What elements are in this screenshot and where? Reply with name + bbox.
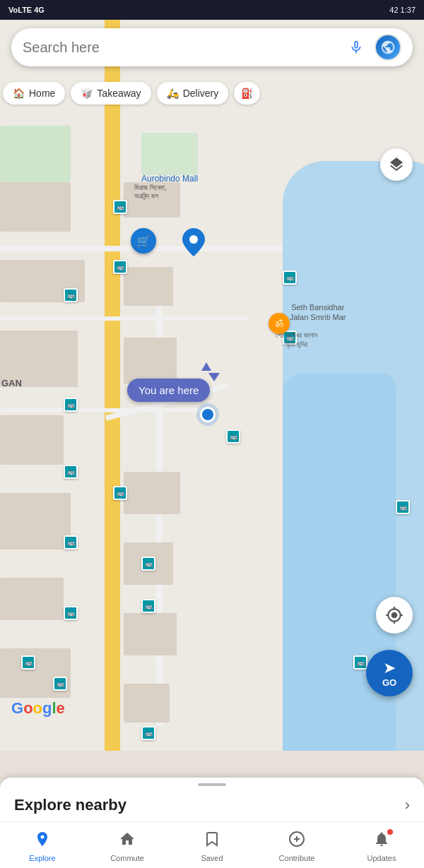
bus-stop-6: 🚌 <box>226 429 240 444</box>
city-block-4 <box>0 415 64 465</box>
takeaway-chip-icon: 🥡 <box>81 88 93 99</box>
saved-icon <box>204 831 220 852</box>
map-layers-button[interactable] <box>380 148 413 181</box>
location-pin[interactable] <box>182 228 205 259</box>
bus-stop-17: 🚌 <box>396 500 410 514</box>
microphone-icon[interactable] <box>346 37 366 57</box>
bus-stop-12: 🚌 <box>64 606 78 620</box>
nav-item-updates[interactable]: Updates <box>339 828 424 865</box>
nav-item-explore[interactable]: Explore <box>0 828 85 865</box>
mall-label: Aurobindo Mall <box>141 174 198 184</box>
you-are-here-label: You are here <box>127 379 210 402</box>
go-label: GO <box>382 677 396 688</box>
road-h2 <box>0 316 247 321</box>
city-block-13 <box>124 613 177 655</box>
explore-nearby-row[interactable]: Explore nearby › <box>0 786 424 822</box>
google-g2: g <box>42 699 52 717</box>
my-location-button[interactable] <box>376 597 413 634</box>
delivery-chip-label: Delivery <box>183 88 219 99</box>
filter-chip-fuel[interactable]: ⛽ <box>234 82 260 105</box>
explore-chevron-icon: › <box>405 796 410 814</box>
bus-stop-2: 🚌 <box>113 260 127 274</box>
bus-stop-7: 🚌 <box>64 398 78 412</box>
svg-point-0 <box>189 235 198 244</box>
mall-label-local: মিরাজ সিনেমা, <box>134 184 167 192</box>
bus-stop-10: 🚌 <box>64 535 78 549</box>
contribute-icon <box>288 831 305 852</box>
explore-icon <box>34 831 51 852</box>
city-block-14 <box>124 684 170 723</box>
temple-marker[interactable]: ॐ <box>269 313 290 334</box>
you-are-here-up-arrow <box>201 362 211 371</box>
commute-icon <box>119 831 136 852</box>
status-left: VoLTE 4G <box>8 6 45 14</box>
explore-nearby-title: Explore nearby <box>14 796 126 814</box>
search-input[interactable] <box>23 40 346 56</box>
city-block-6 <box>0 578 64 620</box>
delivery-chip-icon: 🛵 <box>167 88 179 99</box>
map-background: 🚌 🚌 🚌 🚌 🚌 🚌 🚌 🚌 🚌 🚌 🚌 🚌 🚌 🚌 🚌 🚌 🚌 🚌 🛒 ॐ <box>0 20 424 751</box>
google-o1: o <box>23 699 33 717</box>
temple-label: Seth BansidharJalan Smriti Mar <box>290 302 346 323</box>
google-o2: o <box>33 699 42 717</box>
google-logo: Google <box>11 699 65 718</box>
updates-nav-label: Updates <box>367 854 396 862</box>
home-chip-icon: 🏠 <box>13 88 25 99</box>
bus-stop-4: 🚌 <box>283 270 297 285</box>
go-button[interactable]: ➤ GO <box>366 650 413 696</box>
area-label-1: GAN <box>1 378 22 388</box>
fuel-chip-icon: ⛽ <box>241 88 253 99</box>
map-container[interactable]: 🚌 🚌 🚌 🚌 🚌 🚌 🚌 🚌 🚌 🚌 🚌 🚌 🚌 🚌 🚌 🚌 🚌 🚌 🛒 ॐ <box>0 20 424 751</box>
bus-stop-16: 🚌 <box>141 726 155 740</box>
go-arrow-icon: ➤ <box>383 659 396 677</box>
green-area-2 <box>141 133 198 175</box>
takeaway-chip-label: Takeaway <box>97 88 141 99</box>
filter-bar: 🏠 Home 🥡 Takeaway 🛵 Delivery ⛽ <box>0 76 424 110</box>
city-block-11 <box>124 472 180 514</box>
filter-chip-home[interactable]: 🏠 Home <box>3 82 65 105</box>
contribute-nav-label: Contribute <box>279 854 315 862</box>
bus-stop-18: 🚌 <box>353 655 367 670</box>
green-area-1 <box>0 126 71 182</box>
bottom-panel: Explore nearby › Explore Commute <box>0 778 424 868</box>
saved-nav-label: Saved <box>201 854 223 862</box>
bottom-nav: Explore Commute Saved <box>0 822 424 868</box>
updates-icon <box>373 831 390 852</box>
commute-nav-label: Commute <box>110 854 144 862</box>
status-right: 42 1:37 <box>389 6 416 14</box>
status-bar: VoLTE 4G 42 1:37 <box>0 0 424 20</box>
road-h3 <box>0 408 212 412</box>
filter-chip-takeaway[interactable]: 🥡 Takeaway <box>71 82 151 105</box>
city-block-1 <box>0 182 71 232</box>
mall-label-local2: অরবিন্দ মল <box>134 192 158 201</box>
google-e: e <box>57 699 65 717</box>
home-chip-label: Home <box>29 88 55 99</box>
user-avatar[interactable] <box>375 34 401 61</box>
bus-stop-8: 🚌 <box>64 465 78 479</box>
current-location-dot <box>200 407 216 422</box>
bus-stop-3: 🚌 <box>64 288 78 302</box>
nav-item-saved[interactable]: Saved <box>170 828 254 865</box>
bus-stop-9: 🚌 <box>113 486 127 500</box>
google-g: G <box>11 699 23 717</box>
main-road <box>105 20 120 751</box>
filter-chip-delivery[interactable]: 🛵 Delivery <box>157 82 229 105</box>
cart-marker[interactable]: 🛒 <box>131 228 156 254</box>
nav-item-commute[interactable]: Commute <box>85 828 170 865</box>
explore-nav-label: Explore <box>29 854 55 862</box>
search-bar[interactable] <box>11 28 413 66</box>
you-are-here-callout-arrow <box>208 373 220 381</box>
bus-stop-15: 🚌 <box>53 677 67 691</box>
bus-stop-1: 🚌 <box>113 200 127 214</box>
bus-stop-13: 🚌 <box>141 599 155 613</box>
city-block-10 <box>124 338 177 384</box>
bus-stop-11: 🚌 <box>141 557 155 571</box>
notification-dot <box>387 829 393 835</box>
nav-item-contribute[interactable]: Contribute <box>254 828 339 865</box>
bus-stop-14: 🚌 <box>21 655 35 670</box>
city-block-9 <box>124 267 173 306</box>
city-block-5 <box>0 493 71 549</box>
